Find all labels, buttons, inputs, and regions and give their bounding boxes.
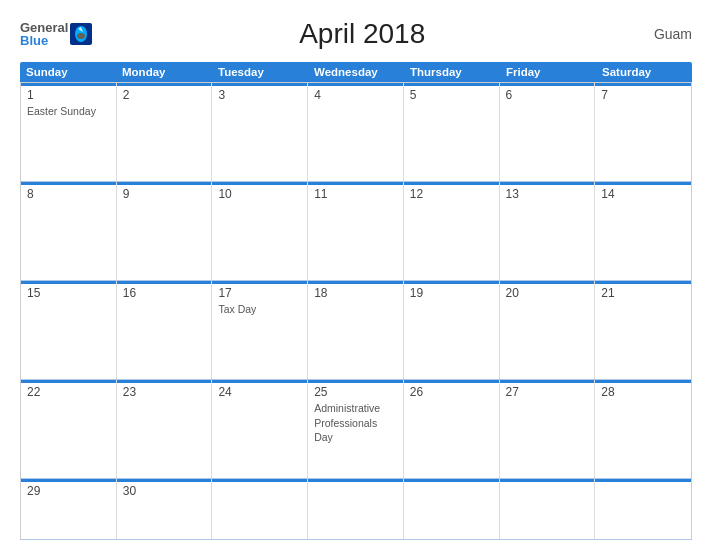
day-number: 24 [218, 385, 301, 399]
table-row: 14 [595, 182, 691, 280]
calendar-header-row: Sunday Monday Tuesday Wednesday Thursday… [20, 62, 692, 82]
day-number: 29 [27, 484, 110, 498]
day-number: 5 [410, 88, 493, 102]
day-number: 11 [314, 187, 397, 201]
calendar-body: 1 Easter Sunday 2 3 4 5 6 [20, 82, 692, 540]
table-row: 4 [308, 83, 404, 181]
col-header-saturday: Saturday [596, 62, 692, 82]
calendar: Sunday Monday Tuesday Wednesday Thursday… [20, 62, 692, 540]
day-number: 25 [314, 385, 397, 399]
day-event: Administrative Professionals Day [314, 402, 380, 443]
col-header-tuesday: Tuesday [212, 62, 308, 82]
calendar-page: General Blue April 2018 Guam Sunday Mond… [0, 0, 712, 550]
day-number: 13 [506, 187, 589, 201]
table-row: 28 [595, 380, 691, 478]
table-row: 6 [500, 83, 596, 181]
table-row: 8 [21, 182, 117, 280]
country-label: Guam [632, 26, 692, 42]
calendar-week-5: 29 30 [20, 479, 692, 540]
day-number: 20 [506, 286, 589, 300]
day-number: 7 [601, 88, 685, 102]
table-row: 17 Tax Day [212, 281, 308, 379]
table-row: 29 [21, 479, 117, 539]
header: General Blue April 2018 Guam [20, 18, 692, 50]
day-number: 28 [601, 385, 685, 399]
table-row: 5 [404, 83, 500, 181]
table-row [500, 479, 596, 539]
day-number: 14 [601, 187, 685, 201]
day-number: 18 [314, 286, 397, 300]
table-row: 30 [117, 479, 213, 539]
logo-blue-text: Blue [20, 34, 68, 47]
day-number: 15 [27, 286, 110, 300]
calendar-week-3: 15 16 17 Tax Day 18 19 20 [20, 281, 692, 380]
table-row: 18 [308, 281, 404, 379]
table-row: 15 [21, 281, 117, 379]
calendar-week-2: 8 9 10 11 12 13 14 [20, 182, 692, 281]
logo: General Blue [20, 21, 92, 47]
table-row: 10 [212, 182, 308, 280]
table-row: 16 [117, 281, 213, 379]
day-number: 30 [123, 484, 206, 498]
day-number: 8 [27, 187, 110, 201]
day-number: 22 [27, 385, 110, 399]
table-row: 7 [595, 83, 691, 181]
table-row: 1 Easter Sunday [21, 83, 117, 181]
calendar-week-1: 1 Easter Sunday 2 3 4 5 6 [20, 82, 692, 182]
table-row: 25 Administrative Professionals Day [308, 380, 404, 478]
table-row [308, 479, 404, 539]
day-number: 1 [27, 88, 110, 102]
day-number: 10 [218, 187, 301, 201]
day-number: 4 [314, 88, 397, 102]
col-header-monday: Monday [116, 62, 212, 82]
table-row: 13 [500, 182, 596, 280]
col-header-thursday: Thursday [404, 62, 500, 82]
day-number: 6 [506, 88, 589, 102]
table-row: 19 [404, 281, 500, 379]
table-row [404, 479, 500, 539]
table-row: 21 [595, 281, 691, 379]
calendar-week-4: 22 23 24 25 Administrative Professionals… [20, 380, 692, 479]
table-row: 2 [117, 83, 213, 181]
svg-point-2 [77, 33, 85, 39]
table-row: 9 [117, 182, 213, 280]
table-row: 23 [117, 380, 213, 478]
logo-flag-icon [70, 23, 92, 45]
day-event: Easter Sunday [27, 105, 96, 117]
day-event: Tax Day [218, 303, 256, 315]
table-row [595, 479, 691, 539]
day-number: 16 [123, 286, 206, 300]
day-number: 23 [123, 385, 206, 399]
day-number: 17 [218, 286, 301, 300]
day-number: 27 [506, 385, 589, 399]
col-header-sunday: Sunday [20, 62, 116, 82]
table-row: 3 [212, 83, 308, 181]
day-number: 9 [123, 187, 206, 201]
col-header-friday: Friday [500, 62, 596, 82]
table-row: 26 [404, 380, 500, 478]
table-row: 22 [21, 380, 117, 478]
day-number: 12 [410, 187, 493, 201]
day-number: 3 [218, 88, 301, 102]
col-header-wednesday: Wednesday [308, 62, 404, 82]
day-number: 19 [410, 286, 493, 300]
day-number: 2 [123, 88, 206, 102]
table-row: 27 [500, 380, 596, 478]
table-row: 11 [308, 182, 404, 280]
table-row: 12 [404, 182, 500, 280]
day-number: 21 [601, 286, 685, 300]
table-row [212, 479, 308, 539]
calendar-title: April 2018 [92, 18, 632, 50]
table-row: 24 [212, 380, 308, 478]
table-row: 20 [500, 281, 596, 379]
day-number: 26 [410, 385, 493, 399]
